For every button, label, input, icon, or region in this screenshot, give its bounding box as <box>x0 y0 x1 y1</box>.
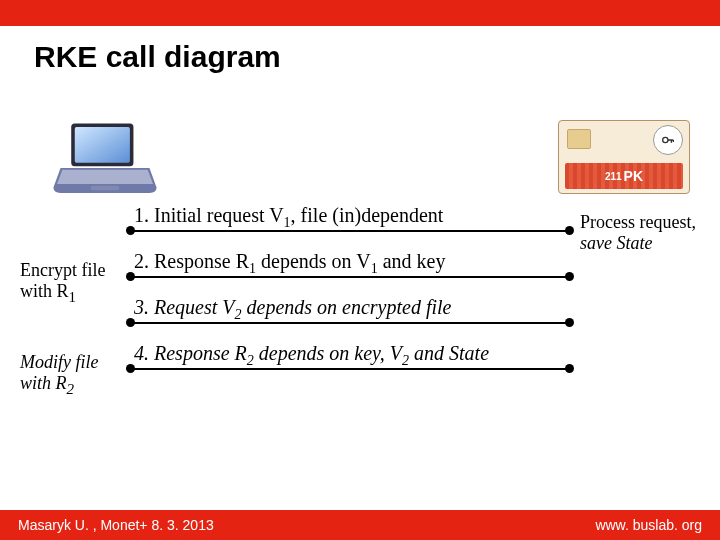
note-subscript: 1 <box>69 288 77 304</box>
card-brand-label: 211 PK <box>565 163 683 189</box>
message-text: 3. Request V2 depends on encrypted file <box>134 296 451 323</box>
endpoint-dot <box>565 226 574 235</box>
key-badge-icon <box>653 125 683 155</box>
card-brand-prefix: 211 <box>605 171 622 182</box>
card-brand-suffix: PK <box>624 168 643 184</box>
svg-point-3 <box>663 137 668 142</box>
message-2: 2. Response R1 depends on V1 and key <box>130 254 570 280</box>
right-side-note: Process request, save State <box>580 212 696 253</box>
svg-rect-1 <box>75 127 130 163</box>
footer-left-text: Masaryk U. , Monet+ 8. 3. 2013 <box>18 517 214 533</box>
note-line: Modify file <box>20 352 98 372</box>
message-lanes: 1. Initial request V1, file (in)dependen… <box>130 208 570 392</box>
message-text: 4. Response R2 depends on key, V2 and St… <box>134 342 489 369</box>
left-side-note-modify: Modify file with R2 <box>20 352 98 398</box>
message-4: 4. Response R2 depends on key, V2 and St… <box>130 346 570 372</box>
note-line: save State <box>580 233 652 253</box>
svg-rect-2 <box>91 186 119 190</box>
message-1: 1. Initial request V1, file (in)dependen… <box>130 208 570 234</box>
endpoint-dot <box>565 318 574 327</box>
message-text: 1. Initial request V1, file (in)dependen… <box>134 204 443 231</box>
slide-title: RKE call diagram <box>34 40 281 74</box>
note-line: Encrypt file <box>20 260 105 280</box>
message-text: 2. Response R1 depends on V1 and key <box>134 250 445 277</box>
slide: RKE call diagram 211 PK <box>0 0 720 540</box>
message-3: 3. Request V2 depends on encrypted file <box>130 300 570 326</box>
left-side-note-encrypt: Encrypt file with R1 <box>20 260 105 306</box>
note-line: with R <box>20 373 67 393</box>
header-red-bar <box>0 0 720 26</box>
footer-right-text: www. buslab. org <box>595 517 702 533</box>
endpoint-dot <box>565 364 574 373</box>
note-line: with R <box>20 281 69 301</box>
laptop-icon <box>50 120 160 200</box>
note-line: Process request, <box>580 212 696 232</box>
chip-icon <box>567 129 591 149</box>
endpoint-dot <box>565 272 574 281</box>
smartcard-icon: 211 PK <box>558 120 690 194</box>
note-subscript: 2 <box>67 380 75 396</box>
